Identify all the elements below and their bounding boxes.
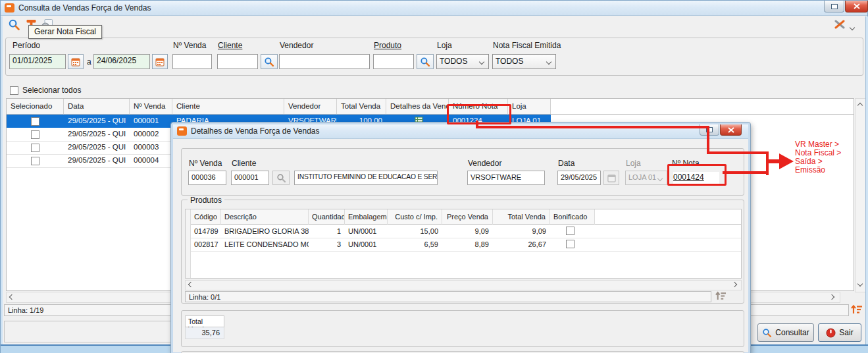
prow2-codigo[interactable]: 002817 (191, 238, 221, 251)
date-to-calendar-button[interactable] (152, 54, 168, 69)
pcol-bonificado[interactable]: Bonificado (550, 209, 595, 225)
prow2-descricao[interactable]: LEITE CONDENSADO MOCA (221, 238, 309, 251)
cliente-label[interactable]: Cliente (218, 41, 242, 50)
col-selecionado[interactable]: Selecionado (7, 99, 64, 115)
prow2-custo[interactable]: 6,59 (388, 238, 442, 251)
close-icon (854, 3, 860, 9)
date-from-input[interactable]: 01/01/2025 (9, 54, 66, 69)
grid-menu-button[interactable] (850, 304, 863, 315)
chevron-right-icon (732, 282, 737, 287)
prow1-total[interactable]: 9,09 (493, 225, 550, 238)
pcol-descricao[interactable]: Descrição (221, 209, 309, 225)
loja-select[interactable]: TODOS (436, 54, 489, 69)
pcol-custo[interactable]: Custo c/ Imp. (388, 209, 442, 225)
col-total-venda[interactable]: Total Venda (337, 99, 386, 115)
tools-menu-button[interactable] (831, 18, 848, 31)
prow1-embalagem[interactable]: UN/0001 (345, 225, 388, 238)
consultar-toolbar-button[interactable] (7, 18, 20, 31)
calendar-icon-disabled (607, 174, 616, 182)
row1-data[interactable]: 29/05/2025 - QUI (64, 115, 130, 128)
main-restore-button[interactable] (824, 1, 844, 13)
modal-vendedor-field: VRSOFTWARE (467, 171, 545, 185)
row4-n-venda[interactable]: 000004 (130, 154, 172, 167)
n-venda-input[interactable] (172, 54, 212, 69)
row3-n-venda[interactable]: 000003 (130, 141, 172, 154)
annotation-arrowhead-icon (779, 153, 794, 169)
prow2-total[interactable]: 26,67 (493, 238, 550, 251)
produto-search-button[interactable] (417, 54, 434, 69)
row2-checkbox[interactable] (31, 130, 39, 139)
select-all-checkbox[interactable] (10, 86, 18, 95)
col-data[interactable]: Data (64, 99, 130, 115)
scroll-up-button[interactable] (856, 101, 864, 109)
pcol-preco-venda[interactable]: Preço Venda (442, 209, 493, 225)
annotation-line (707, 151, 769, 154)
produto-input[interactable] (373, 54, 414, 69)
col-detalhes[interactable]: Detalhes da Venda (386, 99, 449, 115)
col-vendedor[interactable]: Vendedor (284, 99, 337, 115)
search-icon (8, 18, 20, 31)
pcol-quantidade[interactable]: Quantidade (309, 209, 345, 225)
date-to-input[interactable]: 24/06/2025 (93, 54, 150, 69)
row1-checkbox[interactable] (31, 117, 39, 126)
row3-data[interactable]: 29/05/2025 - QUI (64, 141, 130, 154)
main-window-title: Consulta de Vendas Força de Vendas (18, 3, 151, 13)
prow2-bonificado-checkbox[interactable] (566, 240, 574, 248)
search-icon (762, 328, 772, 338)
prow1-descricao[interactable]: BRIGADEIRO GLORIA 385G (221, 225, 309, 238)
vendedor-input[interactable] (279, 54, 370, 69)
date-from-calendar-button[interactable] (68, 54, 84, 69)
prow2-preco[interactable]: 8,89 (442, 238, 493, 251)
scroll-left-button[interactable] (8, 293, 16, 301)
pcol-total-venda[interactable]: Total Venda (493, 209, 550, 225)
nota-fiscal-emitida-select[interactable]: TODOS (492, 54, 556, 69)
row3-checkbox[interactable] (31, 144, 39, 152)
prow1-custo[interactable]: 15,00 (388, 225, 442, 238)
scroll-down-button[interactable] (856, 280, 864, 288)
main-close-button[interactable] (845, 1, 868, 13)
row2-n-venda[interactable]: 000002 (130, 128, 172, 141)
n-venda-label: Nº Venda (173, 41, 206, 50)
row4-data[interactable]: 29/05/2025 - QUI (64, 154, 130, 167)
modal-n-venda-label: Nº Venda (189, 159, 222, 168)
consultar-button[interactable]: Consultar (757, 323, 814, 342)
annotation-box-numero-nota (447, 104, 511, 124)
produto-label[interactable]: Produto (374, 41, 401, 50)
pcol-codigo[interactable]: Código (191, 209, 221, 225)
prow1-codigo[interactable]: 014789 (191, 225, 221, 238)
row1-n-venda[interactable]: 000001 (130, 115, 172, 128)
modal-cliente-search-button (272, 171, 290, 185)
produtos-grid: Código Descrição Quantidade Embalagem Cu… (185, 209, 742, 279)
modal-close-button[interactable] (720, 124, 742, 136)
prow1-quantidade[interactable]: 1 (309, 225, 345, 238)
prow1-bonificado-checkbox[interactable] (566, 227, 574, 235)
vendedor-label: Vendedor (280, 41, 313, 50)
produtos-scroll-left[interactable] (187, 281, 195, 288)
prow1-preco[interactable]: 9,09 (442, 225, 493, 238)
loja-label: Loja (437, 41, 452, 50)
wrench-icon (833, 18, 846, 30)
row4-checkbox[interactable] (31, 157, 39, 165)
prow2-quantidade[interactable]: 3 (309, 238, 345, 251)
cliente-input[interactable] (217, 54, 258, 69)
produtos-hscrollbar[interactable] (185, 280, 742, 290)
cliente-search-button[interactable] (261, 54, 278, 69)
col-cliente[interactable]: Cliente (172, 99, 284, 115)
row2-data[interactable]: 29/05/2025 - QUI (64, 128, 130, 141)
sair-button[interactable]: Sair (818, 323, 861, 342)
col-loja[interactable]: Loja (508, 99, 551, 115)
power-icon (826, 328, 836, 338)
produtos-menu-button[interactable] (715, 290, 727, 301)
pcol-embalagem[interactable]: Embalagem (345, 209, 388, 225)
modal-loja-select: LOJA 01 (625, 171, 667, 185)
calendar-icon (155, 57, 165, 67)
col-n-venda[interactable]: Nº Venda (130, 99, 172, 115)
nota-fiscal-emitida-label: Nota Fiscal Emitida (493, 41, 561, 50)
search-icon-disabled (276, 173, 286, 183)
scroll-right-button[interactable] (828, 293, 836, 301)
prow2-embalagem[interactable]: UN/0001 (345, 238, 388, 251)
app-icon (177, 126, 187, 136)
produtos-scroll-right[interactable] (730, 281, 738, 288)
produtos-status-bar: Linha: 0/1 (185, 291, 711, 302)
tools-menu-caret[interactable] (850, 22, 854, 32)
